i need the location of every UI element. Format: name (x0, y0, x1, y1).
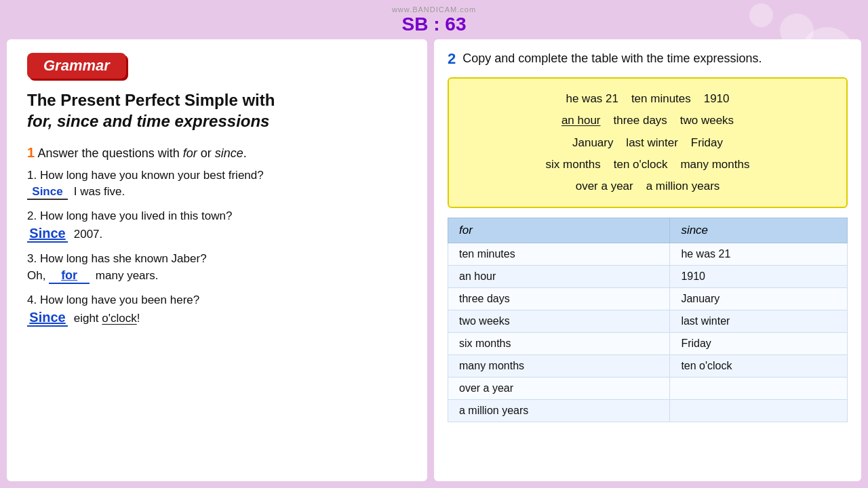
col-for: for (448, 218, 670, 243)
wb-many-months: many months (680, 158, 749, 171)
wb-a-million-years: a million years (646, 180, 720, 192)
wb-over-a-year: over a year (576, 180, 633, 192)
left-panel: Grammar The Present Perfect Simple with … (7, 39, 427, 481)
table-row: ten minutes he was 21 (448, 243, 848, 266)
question-text-2: 2. How long have you lived in this town? (27, 209, 407, 223)
for-cell: three days (448, 288, 670, 310)
since-cell: he was 21 (670, 243, 848, 266)
title-line2: for, since and time expressions (27, 112, 269, 130)
table-row: an hour 1910 (448, 266, 848, 288)
deco-circle-topright3 (749, 3, 773, 27)
grammar-table: for since ten minutes he was 21 an hour … (448, 218, 848, 422)
for-cell: ten minutes (448, 243, 670, 266)
answer-3: for (49, 268, 90, 284)
answer-4: Since (27, 310, 68, 327)
right-panel: 2 Copy and complete the table with the t… (434, 39, 861, 481)
since-cell: 1910 (670, 266, 848, 288)
col-since: since (670, 218, 848, 243)
answer-line-1: Since I was five. (27, 185, 407, 200)
title-line1: The Present Perfect Simple with (27, 91, 275, 109)
wb-ten-minutes: ten minutes (631, 92, 691, 105)
since-cell (670, 378, 848, 400)
wb-he-was-21: he was 21 (566, 92, 618, 105)
section1-num: 1 (27, 145, 35, 160)
for-cell: two weeks (448, 310, 670, 333)
question-item-2: 2. How long have you lived in this town?… (27, 209, 407, 243)
table-body: ten minutes he was 21 an hour 1910 three… (448, 243, 848, 422)
table-row: six months Friday (448, 333, 848, 355)
watermark: www.BANDICAM.com (392, 5, 476, 14)
wb-ten-oclock: ten o'clock (614, 158, 668, 171)
question-list: 1. How long have you known your best fri… (27, 169, 407, 327)
wb-an-hour: an hour (561, 114, 601, 127)
answer-line-4: Since eight o'clock! (27, 310, 407, 327)
oclock-underline: o'clock (102, 312, 136, 325)
wb-1910: 1910 (704, 92, 730, 105)
for-cell: many months (448, 355, 670, 378)
table-row: three days January (448, 288, 848, 310)
for-cell: an hour (448, 266, 670, 288)
question-item-3: 3. How long has she known Jaber? Oh, for… (27, 252, 407, 284)
since-cell: January (670, 288, 848, 310)
left-title: The Present Perfect Simple with for, sin… (27, 89, 407, 131)
question-text-4: 4. How long have you been here? (27, 293, 407, 307)
section1-header: 1 Answer the questions with for or since… (27, 145, 407, 161)
right-header: 2 Copy and complete the table with the t… (448, 50, 848, 68)
wb-two-weeks: two weeks (680, 114, 734, 127)
since-cell: last winter (670, 310, 848, 333)
grammar-badge: Grammar (27, 53, 126, 79)
answer-2: Since (27, 226, 68, 243)
answer-1: Since (27, 185, 68, 200)
table-row: many months ten o'clock (448, 355, 848, 378)
wb-friday: Friday (691, 136, 723, 149)
main-container: Grammar The Present Perfect Simple with … (7, 39, 861, 481)
question-text-3: 3. How long has she known Jaber? (27, 252, 407, 266)
word-box: he was 21 ten minutes 1910 an hour three… (448, 77, 848, 208)
section1-instruction: Answer the questions with for or since. (38, 146, 247, 160)
since-cell: Friday (670, 333, 848, 355)
since-cell: ten o'clock (670, 355, 848, 378)
table-header-row: for since (448, 218, 848, 243)
table-row: two weeks last winter (448, 310, 848, 333)
since-cell (670, 400, 848, 422)
question-item-4: 4. How long have you been here? Since ei… (27, 293, 407, 327)
question-text-1: 1. How long have you known your best fri… (27, 169, 407, 182)
wb-last-winter: last winter (626, 136, 678, 149)
question-item-1: 1. How long have you known your best fri… (27, 169, 407, 200)
wb-january: January (572, 136, 613, 149)
table-row: over a year (448, 378, 848, 400)
page-title: SB : 63 (402, 14, 467, 35)
for-cell: a million years (448, 400, 670, 422)
right-instruction: Copy and complete the table with the tim… (462, 50, 762, 67)
answer-line-2: Since 2007. (27, 226, 407, 243)
answer-line-3: Oh, for many years. (27, 268, 407, 284)
for-cell: over a year (448, 378, 670, 400)
wb-three-days: three days (613, 114, 667, 127)
for-cell: six months (448, 333, 670, 355)
wb-six-months: six months (546, 158, 601, 171)
table-row: a million years (448, 400, 848, 422)
section2-num: 2 (448, 50, 456, 68)
